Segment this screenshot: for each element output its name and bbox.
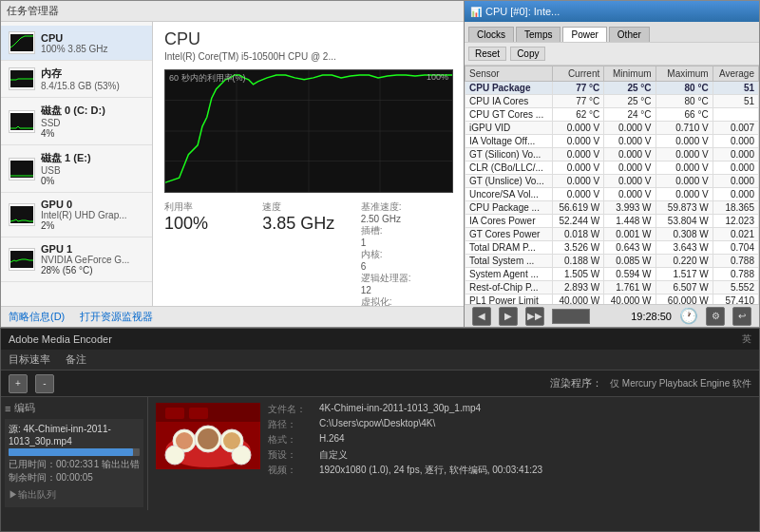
sensor-min: 0.001 W: [604, 228, 656, 241]
hwinfo-window: 📊 CPU [#0]: Inte... Clocks Temps Power O…: [464, 0, 760, 328]
hw-table-wrap[interactable]: Sensor Current Minimum Maximum Average C…: [465, 66, 759, 327]
path-value: C:\Users\cpow\Desktop\4K\: [319, 418, 435, 431]
sensor-max: 80 °C: [656, 82, 712, 95]
file-value: 4K-Chimei-inn-2011-1013_30p_1.mp4: [319, 403, 481, 416]
sensor-cur: 0.000 V: [552, 188, 603, 201]
ame-left-panel: ≡ 编码 源: 4K-Chimei-inn-2011-1013_30p.mp4 …: [1, 397, 148, 510]
sensor-avg: 51: [712, 82, 758, 95]
ame-content: ≡ 编码 源: 4K-Chimei-inn-2011-1013_30p.mp4 …: [1, 397, 759, 510]
tab-clocks[interactable]: Clocks: [468, 27, 514, 42]
hw-export-button[interactable]: ↩: [732, 307, 751, 326]
table-row: Total System ... 0.188 W 0.085 W 0.220 W…: [466, 255, 759, 268]
gpu0-item-pct: 2%: [41, 220, 127, 231]
sensor-name: CPU Package: [466, 82, 553, 95]
sensor-min: 0.000 V: [604, 122, 656, 135]
memory-mini-chart: [9, 67, 35, 90]
col-sensor: Sensor: [466, 66, 553, 82]
table-row: Rest-of-Chip P... 2.893 W 1.761 W 6.507 …: [466, 281, 759, 294]
chart-pct-label: 100%: [427, 72, 448, 82]
ame-title: Adobe Media Encoder: [9, 333, 112, 345]
table-row: GT Cores Power 0.018 W 0.001 W 0.308 W 0…: [466, 228, 759, 241]
sensor-min: 1.448 W: [604, 215, 656, 228]
sensor-avg: 0.021: [712, 228, 758, 241]
sidebar-item-gpu1[interactable]: GPU 1 NVIDIA GeForce G... 28% (56 °C): [1, 238, 152, 282]
col-current: Current: [552, 66, 603, 82]
ame-render-label: 渲染程序：: [550, 376, 602, 390]
hw-next-button[interactable]: ▶: [499, 307, 518, 326]
hw-play-button[interactable]: ▶▶: [525, 307, 544, 326]
hw-copy-button[interactable]: Copy: [510, 47, 545, 61]
ame-menu-item-0[interactable]: 目标速率: [9, 352, 50, 367]
sensor-cur: 77 °C: [552, 82, 603, 95]
ame-add-button[interactable]: +: [9, 374, 28, 393]
sensor-avg: 0.788: [712, 268, 758, 281]
tab-temps[interactable]: Temps: [516, 27, 560, 42]
ame-menu-item-1[interactable]: 备注: [66, 352, 86, 367]
ame-progress-outer: [9, 448, 140, 456]
sensor-cur: 56.619 W: [552, 201, 603, 215]
taskmanager-window: 任务管理器 CPU 100% 3.85 GHz: [0, 0, 466, 328]
hw-prev-button[interactable]: ◀: [472, 307, 491, 326]
sensor-avg: 0.704: [712, 241, 758, 255]
sensor-min: 1.761 W: [604, 281, 656, 294]
hw-bottombar: ◀ ▶ ▶▶ 19:28:50 🕐 ⚙ ↩: [465, 304, 759, 327]
shortcut-button[interactable]: 简略信息(D): [9, 310, 65, 324]
sensor-avg: [712, 108, 758, 122]
sensor-min: 0.000 V: [604, 188, 656, 201]
sidebar-item-gpu0[interactable]: GPU 0 Intel(R) UHD Grap... 2%: [1, 193, 152, 238]
sensor-avg: 0.007: [712, 122, 758, 135]
tab-power[interactable]: Power: [562, 27, 606, 42]
sidebar-item-disk0[interactable]: 磁盘 0 (C: D:) SSD 4%: [1, 98, 152, 145]
sensor-name: CPU GT Cores ...: [466, 108, 553, 122]
sensor-avg: 5.552: [712, 281, 758, 294]
sensor-cur: 1.505 W: [552, 268, 603, 281]
ame-outputs-count: 1 输出出错: [94, 458, 140, 471]
ame-lang: 英: [742, 332, 751, 346]
sensor-avg: 51: [712, 95, 758, 108]
sidebar-item-disk1[interactable]: 磁盘 1 (E:) USB 0%: [1, 145, 152, 193]
ame-menu: 目标速率 备注: [1, 350, 759, 370]
sensor-avg: 0.000: [712, 148, 758, 162]
ame-remove-button[interactable]: -: [35, 374, 54, 393]
hw-titlebar: 📊 CPU [#0]: Inte...: [465, 1, 759, 22]
sensor-min: 0.085 W: [604, 255, 656, 268]
open-monitor-button[interactable]: 打开资源监视器: [80, 310, 153, 324]
ame-render-value: 仅 Mercury Playback Engine 软件: [610, 377, 751, 390]
cpu-item-sub: 100% 3.85 GHz: [41, 44, 108, 54]
sensor-min: 3.993 W: [604, 201, 656, 215]
file-label: 文件名：: [268, 403, 315, 416]
path-label: 路径：: [268, 418, 315, 431]
sensor-name: Total System ...: [466, 255, 553, 268]
sensor-name: IA Cores Power: [466, 215, 553, 228]
sensor-cur: 0.000 V: [552, 175, 603, 188]
sensor-name: Total DRAM P...: [466, 241, 553, 255]
sensor-max: 80 °C: [656, 95, 712, 108]
ame-toolbar: + - 渲染程序： 仅 Mercury Playback Engine 软件: [1, 370, 759, 397]
disk0-mini-chart: [9, 110, 35, 133]
table-row: IA Voltage Off... 0.000 V 0.000 V 0.000 …: [466, 135, 759, 148]
sensor-name: GT (Unslice) Vo...: [466, 175, 553, 188]
sensor-avg: 0.000: [712, 162, 758, 175]
sensor-cur: 62 °C: [552, 108, 603, 122]
cpu-mini-chart: [9, 31, 35, 54]
format-label: 格式：: [268, 433, 315, 446]
sidebar-item-memory[interactable]: 内存 8.4/15.8 GB (53%): [1, 61, 152, 98]
tab-other[interactable]: Other: [609, 27, 650, 42]
ame-window: Adobe Media Encoder 英 目标速率 备注 + - 渲染程序： …: [0, 328, 760, 532]
hw-time: 19:28:50: [631, 311, 672, 322]
ame-thumbnail: [156, 403, 260, 469]
sensor-min: 0.000 V: [604, 135, 656, 148]
sidebar-item-cpu[interactable]: CPU 100% 3.85 GHz: [1, 26, 152, 61]
ame-remaining: 制余时间：00:00:05: [9, 471, 140, 484]
sensor-name: Uncore/SA Vol...: [466, 188, 553, 201]
sensor-max: 59.873 W: [656, 201, 712, 215]
hw-reset-button[interactable]: Reset: [468, 47, 506, 61]
cpu-chart: 60 秒内的利用率(%) 100%: [164, 69, 453, 193]
sensor-min: 0.000 V: [604, 148, 656, 162]
sensor-min: 0.594 W: [604, 268, 656, 281]
sensor-max: 53.804 W: [656, 215, 712, 228]
hw-settings-button[interactable]: ⚙: [706, 307, 725, 326]
ame-output-label[interactable]: ▶输出队列: [9, 488, 140, 502]
sensor-avg: 12.023: [712, 215, 758, 228]
gpu0-item-sub1: Intel(R) UHD Grap...: [41, 210, 127, 220]
